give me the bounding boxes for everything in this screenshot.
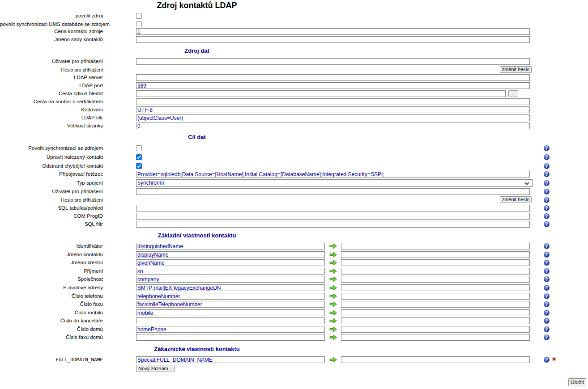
delete-missing-checkbox[interactable] — [136, 163, 142, 169]
help-icon[interactable]: ? — [544, 189, 550, 194]
help-icon[interactable]: ? — [544, 197, 550, 203]
prop-target-input[interactable] — [341, 276, 530, 283]
prop-source-input[interactable] — [136, 276, 325, 283]
connection-string-input[interactable] — [136, 171, 530, 178]
com-progid-input[interactable] — [136, 213, 530, 220]
enable-sync-label: Povolit synchronizaci se zdrojem — [0, 145, 103, 152]
help-icon[interactable]: ? — [544, 243, 550, 249]
enable-source-checkbox[interactable] — [136, 13, 142, 19]
help-icon[interactable]: ? — [544, 163, 550, 169]
help-icon[interactable]: ? — [544, 326, 550, 332]
encoding-input[interactable] — [136, 106, 530, 113]
prop-target-input[interactable] — [341, 243, 530, 249]
help-icon[interactable]: ? — [544, 260, 550, 266]
ldap-filter-label: LDAP filtr — [0, 114, 103, 121]
help-icon[interactable]: ? — [544, 310, 550, 316]
prop-source-input[interactable] — [136, 309, 325, 316]
prop-target-input[interactable] — [341, 268, 530, 275]
delete-icon[interactable]: ✖ — [551, 356, 557, 362]
prop-target-input[interactable] — [341, 309, 530, 316]
prop-source-input[interactable] — [136, 251, 325, 258]
ldap-server-input[interactable] — [136, 74, 530, 81]
help-icon[interactable]: ? — [544, 268, 550, 274]
prop-target-input[interactable] — [341, 326, 530, 333]
prop-target-input[interactable] — [341, 293, 530, 300]
enable-source-label: povolit zdroj — [0, 13, 103, 19]
connection-type-select[interactable]: synchronní — [136, 179, 533, 187]
help-icon[interactable]: ? — [544, 171, 550, 177]
update-contact-checkbox[interactable] — [136, 154, 142, 160]
custom-prop-target-input[interactable] — [341, 356, 530, 363]
prop-source-input[interactable] — [136, 284, 325, 291]
help-icon[interactable]: ? — [544, 213, 550, 219]
source-login-user-input[interactable] — [136, 58, 530, 65]
help-icon[interactable]: ? — [544, 357, 550, 363]
target-login-user-input[interactable] — [136, 188, 530, 195]
arrow-right-icon — [329, 318, 337, 324]
prop-source-input[interactable] — [136, 334, 325, 341]
ldap-contact-source-form: Zdroj kontaktů LDAP povolit zdroj povoli… — [0, 0, 588, 389]
save-button[interactable]: Uložit — [568, 378, 586, 386]
help-icon[interactable]: ? — [544, 145, 550, 151]
prop-target-input[interactable] — [341, 334, 530, 341]
prop-target-input[interactable] — [341, 259, 530, 266]
prop-source-input[interactable] — [136, 326, 325, 333]
help-icon[interactable]: ? — [544, 334, 550, 340]
ldap-port-input[interactable] — [136, 82, 530, 89]
sql-filter-input[interactable] — [136, 221, 530, 228]
prop-label-surname: Příjmení — [0, 268, 103, 275]
prop-target-input[interactable] — [341, 317, 530, 324]
target-change-password-button[interactable]: změnit heslo — [500, 196, 532, 203]
encoding-label: Kódování — [0, 106, 103, 113]
check-icon — [136, 164, 141, 168]
enable-ums-sync-label: povolit synchronizaci UMS databáze se zd… — [0, 21, 103, 28]
help-icon[interactable]: ? — [544, 293, 550, 299]
browse-button[interactable]: ... — [508, 90, 518, 97]
prop-source-input[interactable] — [136, 243, 325, 249]
arrow-right-icon — [329, 301, 337, 307]
help-icon[interactable]: ? — [544, 285, 550, 291]
contact-cost-label: Cena kontaktu zdroje — [0, 28, 103, 35]
prop-label-home-fax: Číslo faxu domů — [0, 334, 103, 341]
target-login-user-label: Uživatel pro přihlášení — [0, 188, 103, 195]
ldap-filter-input[interactable] — [136, 114, 530, 121]
enable-ums-sync-checkbox[interactable] — [136, 21, 142, 27]
ldap-server-label: LDAP server — [0, 74, 103, 81]
chevron-down-icon — [524, 182, 529, 185]
help-icon[interactable]: ? — [544, 301, 550, 307]
source-change-password-button[interactable]: změnit heslo — [500, 66, 532, 73]
help-icon[interactable]: ? — [544, 221, 550, 227]
prop-target-input[interactable] — [341, 301, 530, 308]
prop-label-email: E-mailové adresy — [0, 284, 103, 291]
prop-source-input[interactable] — [136, 293, 325, 300]
prop-label-identifier: Identifikátor — [0, 243, 103, 249]
prop-target-input[interactable] — [341, 284, 530, 291]
custom-prop-source-input[interactable] — [136, 356, 325, 363]
prop-label-home-phone: Číslo domů — [0, 326, 103, 333]
help-icon[interactable]: ? — [544, 205, 550, 211]
help-icon[interactable]: ? — [544, 252, 550, 258]
page-size-label: Velikost stránky — [0, 123, 103, 129]
sql-table-input[interactable] — [136, 205, 530, 211]
prop-source-input[interactable] — [136, 317, 325, 324]
contact-cost-input[interactable] — [136, 28, 530, 35]
help-icon[interactable]: ? — [544, 318, 550, 324]
custom-props-heading: Zákaznické vlastnosti kontaktu — [0, 346, 394, 352]
source-login-user-label: Uživatel pro přihlášení — [0, 58, 103, 65]
search-base-input[interactable] — [136, 90, 506, 97]
delete-missing-label: Odstranit chybějící kontakt — [0, 163, 103, 169]
help-icon[interactable]: ? — [544, 276, 550, 282]
prop-source-input[interactable] — [136, 268, 325, 275]
page-size-input[interactable] — [136, 123, 530, 129]
new-record-button[interactable]: Nový záznam... — [136, 365, 175, 372]
prop-source-input[interactable] — [136, 301, 325, 308]
arrow-right-icon — [329, 276, 337, 282]
help-icon[interactable]: ? — [544, 180, 550, 186]
contact-set-name-input[interactable] — [136, 36, 530, 43]
enable-sync-checkbox[interactable] — [136, 145, 142, 151]
prop-target-input[interactable] — [341, 251, 530, 258]
contact-set-name-label: Jméno sady kontaktů — [0, 36, 103, 43]
prop-source-input[interactable] — [136, 259, 325, 266]
help-icon[interactable]: ? — [544, 154, 550, 160]
cert-path-input[interactable] — [136, 98, 530, 105]
